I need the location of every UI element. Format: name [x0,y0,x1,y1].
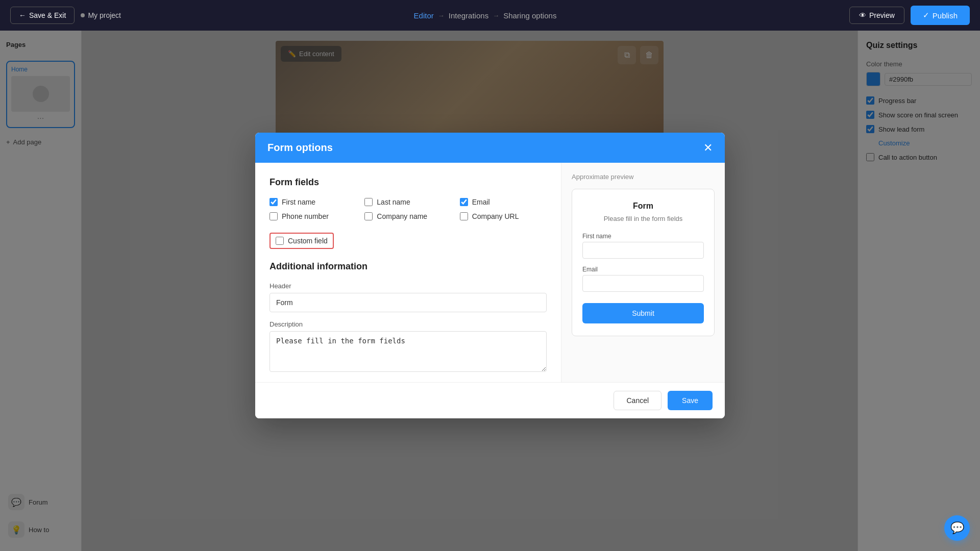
preview-email-group: Email [582,266,704,292]
company-url-label: Company URL [472,212,519,220]
form-fields-title: Form fields [270,177,547,188]
modal-footer: Cancel Save [255,382,725,418]
check-icon: ✓ [923,11,929,20]
description-textarea[interactable]: Please fill in the form fields [270,331,547,372]
preview-email-input[interactable] [582,275,704,292]
save-button[interactable]: Save [668,391,713,410]
preview-button[interactable]: 👁 Preview [849,7,904,24]
custom-field-item: Custom field [270,233,334,249]
email-field-item: Email [460,198,547,206]
first-name-field-item: First name [270,198,356,206]
company-name-field-item: Company name [364,212,451,220]
phone-field-item: Phone number [270,212,356,220]
modal-header: Form options ✕ [255,133,725,163]
preview-first-name-group: First name [582,233,704,259]
chat-bubble-button[interactable]: 💬 [944,515,970,541]
company-name-checkbox[interactable] [364,212,373,220]
editor-step[interactable]: Editor [414,11,434,20]
arrow-icon-2: → [493,12,499,19]
preview-card: Form Please fill in the form fields Firs… [572,189,715,336]
integrations-step[interactable]: Integrations [449,11,488,20]
email-label: Email [472,198,490,206]
company-url-checkbox[interactable] [460,212,468,220]
sharing-step[interactable]: Sharing options [503,11,556,20]
description-field-group: Description Please fill in the form fiel… [270,320,547,374]
topnav-left: ← Save & Exit My project [10,7,121,24]
header-field-label: Header [270,282,547,290]
preview-submit-button[interactable]: Submit [582,303,704,323]
form-options-modal: Form options ✕ Form fields First name La… [255,133,725,418]
company-url-field-item: Company URL [460,212,547,220]
cancel-button[interactable]: Cancel [614,391,662,410]
modal-title: Form options [267,142,333,154]
last-name-field-item: Last name [364,198,451,206]
first-name-checkbox[interactable] [270,198,278,206]
preview-card-desc: Please fill in the form fields [582,215,704,222]
modal-left-panel: Form fields First name Last name Email [255,163,561,382]
last-name-checkbox[interactable] [364,198,373,206]
header-field-group: Header [270,282,547,312]
company-name-label: Company name [377,212,427,220]
preview-first-name-label: First name [582,233,704,240]
modal-body: Form fields First name Last name Email [255,163,725,382]
preview-email-label: Email [582,266,704,273]
dot-icon [81,13,85,17]
topnav-center: Editor → Integrations → Sharing options [414,11,557,20]
phone-checkbox[interactable] [270,212,278,220]
save-exit-button[interactable]: ← Save & Exit [10,7,75,24]
preview-first-name-input[interactable] [582,242,704,259]
chat-bubble-icon: 💬 [950,521,964,535]
first-name-label: First name [282,198,315,206]
custom-field-label: Custom field [288,237,328,245]
top-navigation: ← Save & Exit My project Editor → Integr… [0,0,980,31]
arrow-icon-1: → [438,12,445,19]
preview-card-title: Form [582,202,704,211]
modal-close-button[interactable]: ✕ [703,142,713,154]
phone-label: Phone number [282,212,329,220]
header-input[interactable] [270,293,547,312]
email-checkbox[interactable] [460,198,468,206]
custom-field-checkbox[interactable] [276,237,284,245]
topnav-right: 👁 Preview ✓ Publish [849,6,970,25]
additional-info-section: Additional information Header Descriptio… [270,261,547,374]
modal-right-panel: Approximate preview Form Please fill in … [561,163,725,382]
fields-grid: First name Last name Email Phone number [270,198,547,220]
description-field-label: Description [270,320,547,328]
additional-info-title: Additional information [270,261,547,272]
preview-label: Approximate preview [572,173,715,181]
publish-button[interactable]: ✓ Publish [911,6,970,25]
arrow-left-icon: ← [19,11,26,19]
eye-icon: 👁 [859,11,866,19]
project-name: My project [81,11,121,19]
last-name-label: Last name [377,198,410,206]
